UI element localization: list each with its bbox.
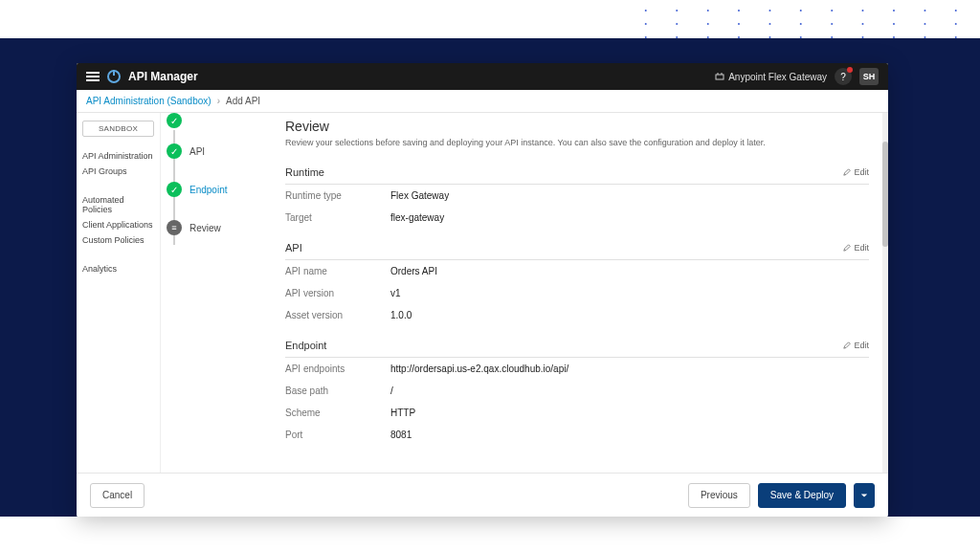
app-title: API Manager xyxy=(128,70,198,83)
edit-runtime-button[interactable]: Edit xyxy=(843,167,869,177)
step-hidden-prior: ✓ xyxy=(167,122,256,132)
user-avatar[interactable]: SH xyxy=(859,68,879,85)
breadcrumb-current: Add API xyxy=(226,96,260,106)
environment-badge[interactable]: SANDBOX xyxy=(82,121,154,137)
checkmark-icon: ✓ xyxy=(167,113,182,128)
row-port: Port8081 xyxy=(285,424,869,446)
section-runtime-title: Runtime xyxy=(285,166,843,178)
gateway-icon xyxy=(715,72,724,81)
pencil-icon xyxy=(843,168,851,176)
scrollbar[interactable] xyxy=(882,113,888,473)
nav-group-3: Analytics xyxy=(82,261,154,276)
review-subtitle: Review your selections before saving and… xyxy=(285,138,869,147)
nav-item-automated-policies[interactable]: Automated Policies xyxy=(82,192,154,217)
nav-item-client-applications[interactable]: Client Applications xyxy=(82,217,154,232)
row-target: Targetflex-gateway xyxy=(285,207,869,229)
step-review[interactable]: Review xyxy=(167,209,256,247)
gateway-label: Anypoint Flex Gateway xyxy=(728,72,827,82)
row-asset-version: Asset version1.0.0 xyxy=(285,304,869,326)
step-api[interactable]: ✓ API xyxy=(167,132,256,170)
save-and-deploy-button[interactable]: Save & Deploy xyxy=(758,483,846,508)
step-endpoint[interactable]: ✓ Endpoint xyxy=(167,170,256,209)
edit-api-button[interactable]: Edit xyxy=(843,243,869,253)
help-button[interactable]: ? xyxy=(835,68,852,85)
row-api-version: API versionv1 xyxy=(285,282,869,304)
section-endpoint: Endpoint Edit API endpointshttp://orders… xyxy=(285,334,869,446)
section-runtime: Runtime Edit Runtime typeFlex Gateway Ta… xyxy=(285,161,869,229)
edit-endpoint-button[interactable]: Edit xyxy=(843,341,869,350)
breadcrumb-separator: › xyxy=(217,96,220,106)
breadcrumb-parent-link[interactable]: API Administration (Sandbox) xyxy=(86,96,212,106)
hamburger-icon[interactable] xyxy=(86,72,100,81)
pencil-icon xyxy=(843,244,851,252)
nav-group-1: API Administration API Groups xyxy=(82,148,154,179)
scrollbar-thumb[interactable] xyxy=(882,142,888,247)
pencil-icon xyxy=(843,342,851,349)
review-panel: Review Review your selections before sav… xyxy=(256,113,888,473)
nav-item-custom-policies[interactable]: Custom Policies xyxy=(82,232,154,248)
review-title: Review xyxy=(285,119,869,134)
step-api-label: API xyxy=(189,146,205,157)
gateway-selector[interactable]: Anypoint Flex Gateway xyxy=(715,72,827,82)
row-scheme: SchemeHTTP xyxy=(285,402,869,424)
section-endpoint-title: Endpoint xyxy=(285,340,843,351)
app-window: API Manager Anypoint Flex Gateway ? SH A… xyxy=(77,63,888,517)
checkmark-icon: ✓ xyxy=(167,182,182,197)
nav-item-analytics[interactable]: Analytics xyxy=(82,261,154,276)
row-api-name: API nameOrders API xyxy=(285,260,869,282)
chevron-down-icon xyxy=(860,492,868,499)
nav-group-2: Automated Policies Client Applications C… xyxy=(82,192,154,248)
wizard-footer: Cancel Previous Save & Deploy xyxy=(77,473,888,517)
cancel-button[interactable]: Cancel xyxy=(90,483,145,508)
wizard-stepper: ✓ ✓ API ✓ Endpoint Review xyxy=(161,113,256,473)
title-bar: API Manager Anypoint Flex Gateway ? SH xyxy=(77,63,888,90)
section-api-title: API xyxy=(285,242,843,253)
nav-item-api-groups[interactable]: API Groups xyxy=(82,164,154,179)
svg-rect-0 xyxy=(716,75,724,79)
left-nav: SANDBOX API Administration API Groups Au… xyxy=(77,113,161,473)
save-deploy-dropdown-button[interactable] xyxy=(854,483,875,508)
review-step-icon xyxy=(167,220,182,235)
row-runtime-type: Runtime typeFlex Gateway xyxy=(285,185,869,207)
step-review-label: Review xyxy=(189,223,221,233)
mulesoft-logo-icon xyxy=(107,70,121,83)
nav-item-api-administration[interactable]: API Administration xyxy=(82,148,154,164)
checkmark-icon: ✓ xyxy=(167,143,182,159)
breadcrumb: API Administration (Sandbox) › Add API xyxy=(77,90,888,113)
row-api-endpoints: API endpointshttp://ordersapi.us-e2.qax.… xyxy=(285,358,869,380)
previous-button[interactable]: Previous xyxy=(688,483,750,508)
section-api: API Edit API nameOrders API API versionv… xyxy=(285,236,869,326)
step-endpoint-label: Endpoint xyxy=(189,185,227,195)
row-base-path: Base path/ xyxy=(285,380,869,402)
